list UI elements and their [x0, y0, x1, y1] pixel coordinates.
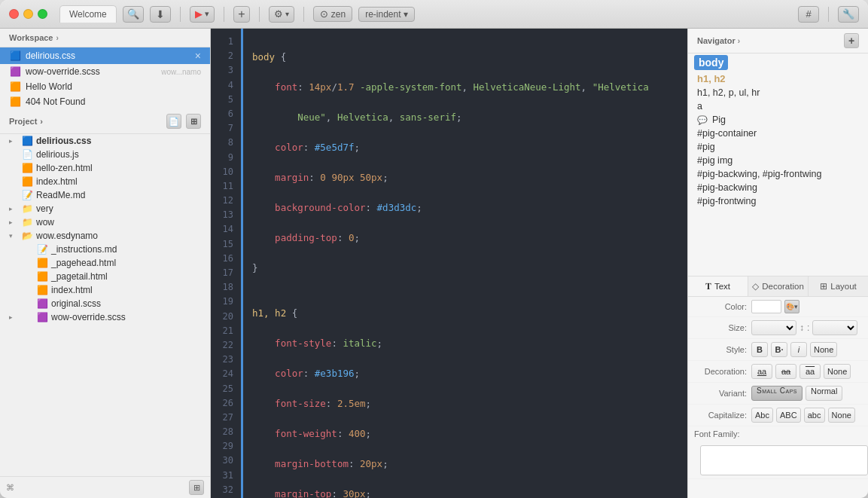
nav-item-pig-img[interactable]: #pig img	[688, 154, 868, 167]
tree-item-delirious-js[interactable]: 📄 delirious.js	[0, 148, 210, 161]
html-file-icon: 🟧	[9, 81, 21, 92]
line-num: 20	[211, 310, 241, 324]
overline-button[interactable]: aa	[799, 364, 821, 379]
search-button[interactable]: 🔍	[123, 6, 144, 23]
nav-item-a[interactable]: a	[688, 99, 868, 113]
open-file-wow-override[interactable]: 🟪 wow-override.scss wow...namo	[0, 64, 210, 79]
color-row: Color: 🎨▾	[688, 297, 868, 317]
line-height-select[interactable]	[812, 320, 857, 335]
tree-item-index-html[interactable]: 🟧 index.html	[0, 175, 210, 188]
capitalize-abc-button[interactable]: Abc	[751, 408, 773, 423]
font-family-input[interactable]	[700, 445, 868, 475]
nav-item-label: #pig-backwing	[697, 182, 757, 193]
tree-item-index-html2[interactable]: 🟧 index.html	[0, 283, 210, 297]
style-row: Style: B B· i None	[688, 339, 868, 361]
editor-content[interactable]: 1 2 3 4 5 6 7 8 9 10 11 12 13 14 15 16 1	[211, 29, 687, 498]
tree-item-pagehead[interactable]: 🟧 _pagehead.html	[0, 256, 210, 270]
zen-button[interactable]: ⊙ zen	[313, 6, 352, 22]
tree-item-delirious-css[interactable]: ▸ 🟦 delirious.css	[0, 134, 210, 148]
small-caps-button[interactable]: Small Caps	[751, 386, 803, 401]
uppercase-button[interactable]: ABC	[776, 408, 801, 423]
code-line: color: #5e5d7f;	[252, 140, 678, 155]
line-num: 30	[211, 454, 241, 468]
code-editor[interactable]: body { font: 14px/1.7 -apple-system-font…	[243, 29, 687, 498]
project-settings-button[interactable]: ⊞	[186, 114, 201, 129]
deco-none-button[interactable]: None	[824, 364, 851, 379]
sidebar-command-input[interactable]	[17, 482, 186, 493]
navigator-panel: Navigator › + body h1, h2 h1, h2, p, ul,…	[687, 29, 868, 498]
font-size-select[interactable]	[751, 320, 796, 335]
new-file-button[interactable]: 📄	[166, 114, 181, 129]
settings-button[interactable]: ⚙ ▾	[269, 6, 294, 23]
nav-body-item[interactable]: body	[688, 53, 868, 72]
hash-button[interactable]: #	[798, 6, 819, 23]
line-num: 25	[211, 382, 241, 396]
deco-tab-icon: ◇	[752, 281, 759, 292]
line-num: 21	[211, 324, 241, 338]
reindent-button[interactable]: re-indent ▾	[358, 7, 415, 22]
tools-button[interactable]: 🔧	[838, 6, 859, 23]
run-button[interactable]: ▶ ▾	[190, 6, 215, 23]
bold-italic-button[interactable]: B·	[771, 342, 787, 357]
normal-variant-button[interactable]: Normal	[806, 386, 842, 401]
close-file-icon[interactable]: ×	[195, 50, 201, 62]
tree-item-pagetail[interactable]: 🟧 _pagetail.html	[0, 270, 210, 283]
tree-item-instructions[interactable]: 📝 _instructions.md	[0, 243, 210, 256]
color-swatch[interactable]	[751, 300, 781, 313]
variant-control: Small Caps Normal	[751, 386, 862, 401]
underline-button[interactable]: aa	[751, 364, 772, 379]
scss-file-icon: 🟪	[9, 66, 21, 77]
maximize-button[interactable]	[38, 9, 47, 19]
nav-item-pig-comment[interactable]: 💬 Pig	[688, 113, 868, 127]
line-num: 7	[211, 121, 241, 136]
strikethrough-button[interactable]: aa	[775, 364, 796, 379]
deco-tab-label: Decoration	[762, 282, 804, 291]
color-picker-button[interactable]: 🎨▾	[784, 300, 799, 313]
open-file-hello-world[interactable]: 🟧 Hello World	[0, 79, 210, 94]
nav-item-pig-container[interactable]: #pig-container	[688, 127, 868, 140]
tree-item-hello-zen[interactable]: 🟧 hello-zen.html	[0, 161, 210, 175]
tree-item-readme[interactable]: 📝 ReadMe.md	[0, 188, 210, 202]
nav-item-pig-frontwing[interactable]: #pig-frontwing	[688, 194, 868, 208]
divider3	[259, 7, 260, 22]
file-name: 404 Not Found	[26, 96, 201, 107]
properties-panel: 𝐓 Text ◇ Decoration ⊞ Layout Color:	[688, 276, 868, 499]
add-tab-button[interactable]: +	[233, 6, 250, 23]
navigator-add-button[interactable]: +	[844, 33, 859, 48]
download-button[interactable]: ⬇	[150, 6, 171, 23]
tree-item-wow-folder[interactable]: ▸ 📁 wow	[0, 215, 210, 229]
italic-button[interactable]: i	[790, 342, 807, 357]
expand-arrow: ▾	[9, 232, 18, 240]
nav-h12-item[interactable]: h1, h2	[688, 72, 868, 86]
nav-item-pig-wings[interactable]: #pig-backwing, #pig-frontwing	[688, 167, 868, 181]
sidebar-bottom: ⌘ ⊞	[0, 476, 210, 498]
welcome-tab[interactable]: Welcome	[59, 5, 117, 23]
nav-item-pig[interactable]: #pig	[688, 140, 868, 154]
tab-layout[interactable]: ⊞ Layout	[809, 276, 868, 296]
open-file-delirious-css[interactable]: 🟦 delirious.css ×	[0, 47, 210, 64]
tree-item-original-scss[interactable]: 🟪 original.scss	[0, 297, 210, 310]
tree-item-very-folder[interactable]: ▸ 📁 very	[0, 202, 210, 215]
tab-text[interactable]: 𝐓 Text	[688, 276, 748, 296]
tree-item-label: index.html	[51, 285, 93, 295]
workspace-header[interactable]: Workspace ›	[0, 29, 210, 47]
minimize-button[interactable]	[23, 9, 33, 19]
capitalize-none-button[interactable]: None	[828, 408, 855, 423]
tree-item-label: _pagehead.html	[51, 258, 116, 268]
nav-item-h1h2pulhr[interactable]: h1, h2, p, ul, hr	[688, 86, 868, 99]
tree-item-wow-override-scss[interactable]: ▸ 🟪 wow-override.scss	[0, 310, 210, 324]
close-button[interactable]	[9, 9, 19, 19]
tab-decoration[interactable]: ◇ Decoration	[748, 276, 809, 296]
sidebar-settings-button[interactable]: ⊞	[189, 480, 204, 495]
lowercase-button[interactable]: abc	[804, 408, 825, 423]
style-none-button[interactable]: None	[810, 342, 837, 357]
open-file-404[interactable]: 🟧 404 Not Found	[0, 94, 210, 109]
tree-item-label: hello-zen.html	[36, 163, 93, 173]
nav-item-pig-backwing[interactable]: #pig-backwing	[688, 181, 868, 194]
tree-item-label: very	[36, 203, 53, 214]
bold-button[interactable]: B	[751, 342, 768, 357]
tree-item-label: _pagetail.html	[51, 271, 108, 282]
line-num: 8	[211, 136, 241, 150]
expand-arrow: ▸	[9, 137, 18, 145]
tree-item-wow-esdynamo-folder[interactable]: ▾ 📂 wow.esdynamo	[0, 229, 210, 243]
